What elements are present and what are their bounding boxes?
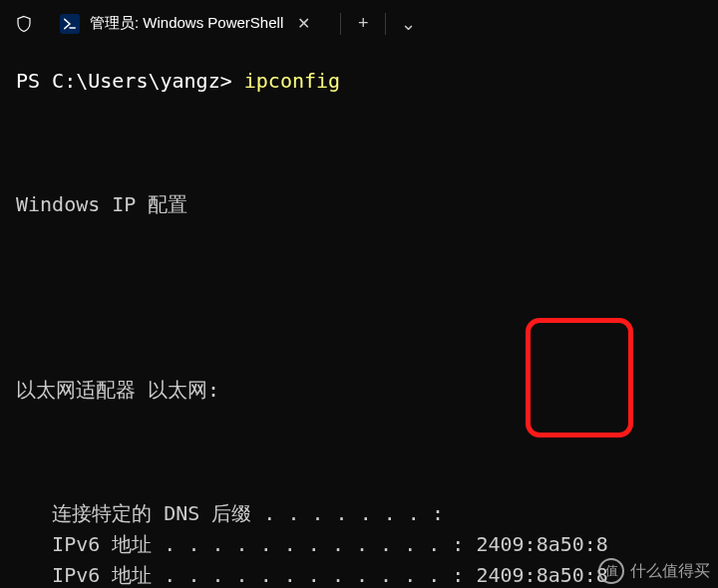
close-tab-icon[interactable]: ✕	[293, 12, 314, 35]
terminal-output[interactable]: PS C:\Users\yangz> ipconfig Windows IP 配…	[0, 48, 718, 588]
blank-line	[16, 313, 712, 344]
tab-dropdown-button[interactable]: ⌄	[386, 4, 430, 44]
tab-actions: + ⌄	[340, 4, 430, 44]
output-row: 连接特定的 DNS 后缀 . . . . . . . :	[16, 498, 712, 529]
prompt-path: PS C:\Users\yangz>	[16, 69, 244, 93]
titlebar-left: 管理员: Windows PowerShell ✕ + ⌄	[0, 4, 430, 44]
command-text: ipconfig	[244, 69, 340, 93]
watermark-text: 什么值得买	[630, 561, 710, 582]
watermark: 值 什么值得买	[598, 558, 710, 584]
blank-line	[16, 251, 712, 282]
prompt-line: PS C:\Users\yangz> ipconfig	[16, 66, 712, 97]
blank-line	[16, 437, 712, 467]
new-tab-button[interactable]: +	[341, 4, 385, 44]
blank-line	[16, 128, 712, 158]
shield-icon	[14, 14, 34, 34]
watermark-badge: 值	[598, 558, 624, 584]
tab-title: 管理员: Windows PowerShell	[90, 14, 283, 33]
ip-heading: Windows IP 配置	[16, 189, 712, 220]
powershell-icon	[60, 14, 80, 34]
output-row: IPv6 地址 . . . . . . . . . . . . : 2409:8…	[16, 529, 712, 560]
titlebar: 管理员: Windows PowerShell ✕ + ⌄	[0, 0, 718, 48]
tab-powershell[interactable]: 管理员: Windows PowerShell ✕	[48, 4, 326, 44]
adapter-heading: 以太网适配器 以太网:	[16, 375, 712, 406]
